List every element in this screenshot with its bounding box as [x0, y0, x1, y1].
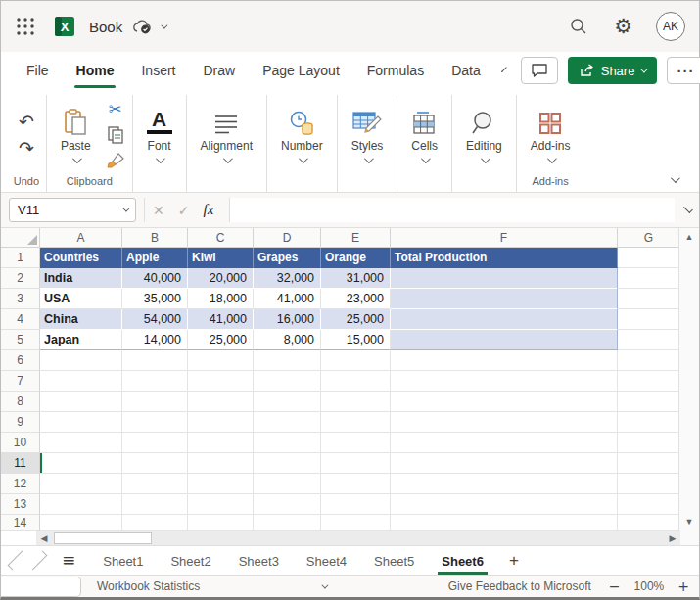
cell-F10[interactable]: [391, 433, 618, 453]
cell-G6[interactable]: [618, 350, 678, 371]
cell-B5[interactable]: 14,000: [122, 330, 188, 350]
cell-A8[interactable]: [40, 392, 122, 412]
cell-C2[interactable]: 20,000: [188, 268, 254, 289]
number-dropdown-button[interactable]: Number: [273, 105, 331, 165]
cell-B4[interactable]: 54,000: [122, 309, 188, 330]
vertical-scrollbar[interactable]: ▲ ▼: [678, 228, 699, 531]
column-header-D[interactable]: D: [254, 228, 321, 248]
cell-D4[interactable]: 16,000: [254, 309, 321, 330]
cell-D8[interactable]: [254, 392, 321, 412]
cell-F8[interactable]: [391, 392, 618, 412]
cell-F9[interactable]: [391, 412, 618, 433]
cell-B6[interactable]: [122, 350, 188, 371]
column-header-G[interactable]: G: [618, 228, 678, 248]
cell-G3[interactable]: [618, 289, 678, 309]
cell-E7[interactable]: [321, 371, 391, 392]
cell-A11[interactable]: [40, 453, 122, 474]
row-header-6[interactable]: 6: [1, 350, 40, 371]
cell-G13[interactable]: [618, 494, 678, 515]
workbook-statistics-button[interactable]: Workbook Statistics: [97, 579, 200, 593]
row-header-12[interactable]: 12: [1, 474, 40, 494]
cell-D7[interactable]: [254, 371, 321, 392]
cell-A3[interactable]: USA: [40, 289, 122, 309]
cell-C12[interactable]: [188, 474, 254, 494]
row-header-8[interactable]: 8: [1, 392, 40, 412]
cell-E6[interactable]: [321, 350, 391, 371]
cell-C9[interactable]: [188, 412, 254, 433]
sheet-tab-sheet5[interactable]: Sheet5: [360, 549, 428, 573]
cell-A12[interactable]: [40, 474, 122, 494]
cell-E13[interactable]: [321, 494, 391, 515]
cell-G1[interactable]: [618, 248, 678, 268]
tab-insert[interactable]: Insert: [131, 55, 185, 86]
more-tabs-chevron-icon[interactable]: [501, 67, 507, 72]
share-button[interactable]: Share: [568, 57, 658, 84]
column-header-A[interactable]: A: [40, 228, 122, 248]
cell-F1[interactable]: Total Production: [391, 248, 618, 268]
cell-C6[interactable]: [188, 350, 254, 371]
cell-A13[interactable]: [40, 494, 122, 515]
cell-A14[interactable]: [40, 515, 122, 531]
all-sheets-menu-icon[interactable]: ≡: [48, 552, 89, 569]
column-header-F[interactable]: F: [391, 228, 618, 248]
cell-E14[interactable]: [321, 515, 391, 531]
more-options-button[interactable]: ···: [667, 57, 700, 84]
cell-B13[interactable]: [122, 494, 188, 515]
cell-F5[interactable]: [391, 330, 618, 350]
cell-D6[interactable]: [254, 350, 321, 371]
cell-A1[interactable]: Countries: [40, 248, 122, 268]
cell-G9[interactable]: [618, 412, 678, 433]
column-header-B[interactable]: B: [122, 228, 188, 248]
column-header-C[interactable]: C: [188, 228, 254, 248]
cell-C1[interactable]: Kiwi: [188, 248, 254, 268]
cells-dropdown-button[interactable]: Cells: [403, 105, 445, 165]
row-header-11[interactable]: 11: [1, 453, 40, 474]
cell-G7[interactable]: [618, 371, 678, 392]
search-icon[interactable]: [569, 17, 588, 36]
formula-input[interactable]: [229, 198, 675, 222]
cell-D5[interactable]: 8,000: [254, 330, 321, 350]
cancel-entry-icon[interactable]: ✕: [153, 203, 164, 218]
font-dropdown-button[interactable]: A Font: [139, 105, 180, 165]
row-header-2[interactable]: 2: [1, 268, 40, 289]
redo-icon[interactable]: ↷: [13, 137, 40, 160]
cell-D3[interactable]: 41,000: [254, 289, 321, 309]
cell-A4[interactable]: China: [40, 309, 122, 330]
cell-B2[interactable]: 40,000: [122, 268, 188, 289]
cut-scissors-icon[interactable]: ✂: [105, 100, 126, 119]
cell-E9[interactable]: [321, 412, 391, 433]
cell-D13[interactable]: [254, 494, 321, 515]
cell-F4[interactable]: [391, 309, 618, 330]
cell-B1[interactable]: Apple: [122, 248, 188, 268]
row-header-5[interactable]: 5: [1, 330, 40, 350]
cell-A5[interactable]: Japan: [40, 330, 122, 350]
give-feedback-link[interactable]: Give Feedback to Microsoft: [448, 579, 591, 593]
row-header-13[interactable]: 13: [1, 494, 40, 515]
insert-function-fx-icon[interactable]: fx: [203, 202, 213, 218]
column-header-E[interactable]: E: [321, 228, 391, 248]
cell-D9[interactable]: [254, 412, 321, 433]
cell-D2[interactable]: 32,000: [254, 268, 321, 289]
tab-page-layout[interactable]: Page Layout: [253, 55, 350, 86]
copy-icon[interactable]: [105, 125, 126, 145]
cell-G12[interactable]: [618, 474, 678, 494]
paste-button[interactable]: Paste: [53, 105, 99, 165]
tab-file[interactable]: File: [17, 55, 59, 86]
scroll-down-arrow-icon[interactable]: ▼: [685, 517, 694, 527]
scroll-up-arrow-icon[interactable]: ▲: [685, 232, 694, 242]
cell-C8[interactable]: [188, 392, 254, 412]
cell-E2[interactable]: 31,000: [321, 268, 391, 289]
row-header-7[interactable]: 7: [1, 371, 40, 392]
cell-G10[interactable]: [618, 433, 678, 453]
confirm-entry-icon[interactable]: ✓: [178, 203, 190, 218]
name-box[interactable]: V11: [9, 198, 136, 222]
tab-home[interactable]: Home: [67, 55, 124, 86]
alignment-dropdown-button[interactable]: Alignment: [193, 105, 260, 165]
cell-F7[interactable]: [391, 371, 618, 392]
tab-data[interactable]: Data: [442, 55, 490, 86]
cell-F12[interactable]: [391, 474, 618, 494]
cell-A9[interactable]: [40, 412, 122, 433]
sheet-tab-sheet3[interactable]: Sheet3: [225, 549, 293, 573]
cell-A10[interactable]: [40, 433, 122, 453]
cell-C13[interactable]: [188, 494, 254, 515]
